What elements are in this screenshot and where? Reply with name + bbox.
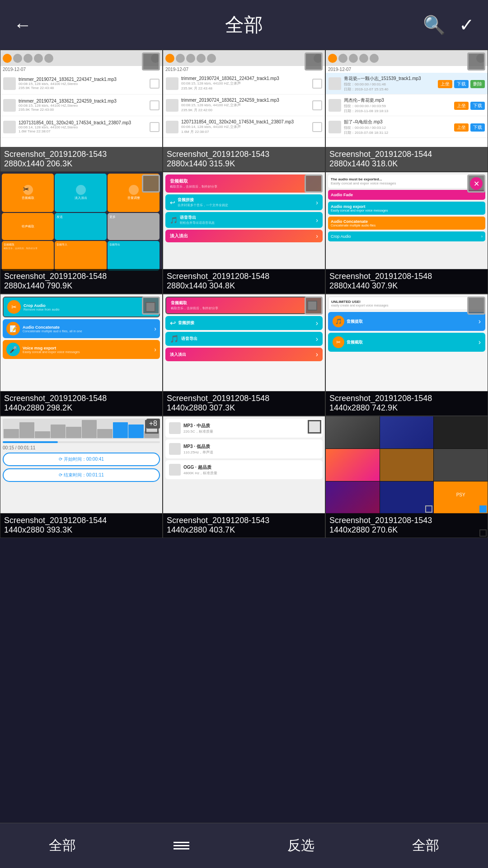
bottom-navigation: 全部 反选 全部 — [0, 823, 488, 868]
num-badge-10: +8 — [146, 419, 160, 429]
nav-all-button[interactable]: 全部 — [35, 832, 89, 859]
select-checkbox-4[interactable] — [142, 175, 160, 193]
select-checkbox-6[interactable]: ✕ — [467, 175, 485, 193]
confirm-button[interactable]: ✓ — [459, 14, 474, 36]
thumb-7[interactable]: ✂ Crop Audio Remove noise from audio 📝 A… — [0, 294, 163, 416]
thumb-3[interactable]: 2019-12-07 青花瓷--一颗小志_151539_track1.mp3 指… — [325, 50, 488, 172]
select-checkbox-1[interactable] — [142, 52, 160, 71]
nav-invert-button[interactable]: 反选 — [274, 832, 328, 859]
thumb-8[interactable]: 音频截取 截取音乐，去掉前后，制作好分享 ↩ 音频拼接 › 🎵 语音导出 › 淡… — [163, 294, 325, 416]
thumb-9[interactable]: UNLIMITED USE! easily create and export … — [325, 294, 488, 416]
select-checkbox-9[interactable] — [467, 297, 485, 315]
thumb-label-5: Screenshot_20191208-15482880x1440 304.8K — [163, 269, 325, 293]
select-checkbox-2[interactable] — [305, 52, 323, 71]
thumb-label-2: Screenshot_20191208-15432880x1440 315.9K — [163, 147, 325, 171]
thumb-4[interactable]: ✂ 音频截取 淡入淡出 音量调整 铃声截取 发送 — [0, 172, 163, 294]
thumb-12[interactable]: PSY Screenshot_20191208-15431440x2880 27… — [325, 416, 488, 538]
thumb-1[interactable]: 2019-12-07 trimmer_20190724_183621_22434… — [0, 50, 163, 172]
select-checkbox-8[interactable] — [305, 297, 323, 315]
thumb-6[interactable]: The audio must be exported... Easily con… — [325, 172, 488, 294]
select-checkbox-5[interactable] — [305, 175, 323, 193]
nav-select-all-button[interactable]: 全部 — [399, 832, 453, 859]
thumb-label-3: Screenshot_20191208-15442880x1440 318.0K — [326, 147, 488, 171]
search-button[interactable]: 🔍 — [423, 14, 446, 36]
thumb-label-10: Screenshot_20191208-15441440x2880 393.3K — [0, 513, 162, 538]
screenshot-row-1: 2019-12-07 trimmer_20190724_183621_22434… — [0, 50, 488, 172]
thumb-10[interactable]: 00:15 / 00:01:11 ⟳ 开始时间：00:00:41 ⟳ 结束时间：… — [0, 416, 163, 538]
select-checkbox-3[interactable] — [467, 52, 485, 71]
screenshot-row-2: ✂ 音频截取 淡入淡出 音量调整 铃声截取 发送 — [0, 172, 488, 294]
thumb-5[interactable]: 音频截取 截取音乐，去掉前后，制作好分享 ↩ 音频拼接 合并封装多个音乐，一个文… — [163, 172, 325, 294]
thumb-2[interactable]: 2019-12-07 trimmer_20190724_183621_22434… — [163, 50, 325, 172]
thumb-label-12: Screenshot_20191208-15431440x2880 270.6K — [326, 513, 488, 538]
select-checkbox-7[interactable] — [142, 297, 160, 315]
content-grid: 2019-12-07 trimmer_20190724_183621_22434… — [0, 50, 488, 818]
back-button[interactable]: ← — [14, 15, 32, 35]
thumb-label-11: Screenshot_20191208-15431440x2880 403.7K — [163, 513, 325, 538]
thumb-label-1: Screenshot_20191208-15432880x1440 206.3K — [0, 147, 162, 171]
thumb-label-4: Screenshot_20191208-15482880x1440 790.9K — [0, 269, 162, 293]
thumb-label-7: Screenshot_20191208-15481440x2880 298.2K — [0, 391, 162, 415]
thumb-11[interactable]: MP3 · 中品质 220.5C，标准质量 MP3 · 低品质 110.25Hz… — [163, 416, 325, 538]
screenshot-row-4: 00:15 / 00:01:11 ⟳ 开始时间：00:00:41 ⟳ 结束时间：… — [0, 416, 488, 538]
page-title: 全部 — [225, 12, 263, 38]
nav-menu-icon[interactable] — [160, 837, 203, 854]
header: ← 全部 🔍 ✓ — [0, 0, 488, 50]
thumb-label-8: Screenshot_20191208-15481440x2880 307.3K — [163, 391, 325, 415]
thumb-label-9: Screenshot_20191208-15481440x2880 742.9K — [326, 391, 488, 415]
screenshot-row-3: ✂ Crop Audio Remove noise from audio 📝 A… — [0, 294, 488, 416]
thumb-label-6: Screenshot_20191208-15482880x1440 307.9K — [326, 269, 488, 293]
